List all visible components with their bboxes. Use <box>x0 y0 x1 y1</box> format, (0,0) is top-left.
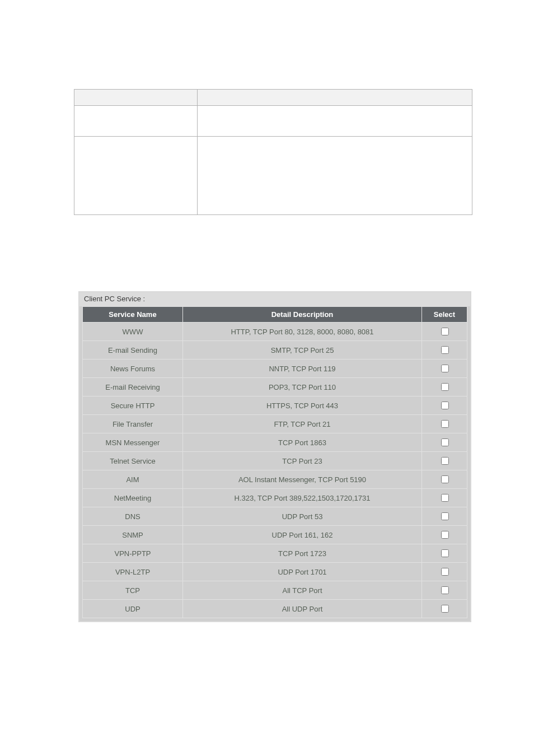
service-name-cell: TCP <box>83 581 183 600</box>
service-name-cell: WWW <box>83 323 183 341</box>
service-name-cell: E-mail Receiving <box>83 378 183 396</box>
service-select-cell <box>422 544 467 563</box>
service-name-cell: Telnet Service <box>83 452 183 470</box>
header-detail-description: Detail Description <box>183 307 422 323</box>
service-select-checkbox[interactable] <box>441 402 449 409</box>
service-name-cell: DNS <box>83 507 183 526</box>
service-name-cell: MSN Messenger <box>83 433 183 452</box>
client-pc-service-legend: Client PC Service : <box>79 292 470 306</box>
table-header-cell <box>198 90 472 106</box>
service-row: Secure HTTPHTTPS, TCP Port 443 <box>83 396 467 415</box>
service-desc-cell: FTP, TCP Port 21 <box>183 415 422 433</box>
service-row: E-mail SendingSMTP, TCP Port 25 <box>83 341 467 360</box>
service-row: DNSUDP Port 53 <box>83 507 467 526</box>
service-name-cell: UDP <box>83 600 183 618</box>
service-table-header-row: Service Name Detail Description Select <box>83 307 467 323</box>
service-row: E-mail ReceivingPOP3, TCP Port 110 <box>83 378 467 396</box>
header-select: Select <box>422 307 467 323</box>
service-name-cell: E-mail Sending <box>83 341 183 360</box>
service-row: AIMAOL Instant Messenger, TCP Port 5190 <box>83 470 467 489</box>
service-desc-cell: All UDP Port <box>183 600 422 618</box>
upper-empty-table <box>74 89 472 215</box>
service-select-cell <box>422 433 467 452</box>
service-select-checkbox[interactable] <box>441 438 449 446</box>
service-select-checkbox[interactable] <box>441 383 449 391</box>
service-desc-cell: H.323, TCP Port 389,522,1503,1720,1731 <box>183 489 422 507</box>
service-select-cell <box>422 581 467 600</box>
service-row: News ForumsNNTP, TCP Port 119 <box>83 360 467 378</box>
service-select-checkbox[interactable] <box>441 549 449 557</box>
table-cell <box>74 106 198 137</box>
service-desc-cell: POP3, TCP Port 110 <box>183 378 422 396</box>
service-name-cell: NetMeeting <box>83 489 183 507</box>
service-select-checkbox[interactable] <box>441 494 449 502</box>
service-select-cell <box>422 396 467 415</box>
service-name-cell: SNMP <box>83 526 183 544</box>
service-select-checkbox[interactable] <box>441 512 449 520</box>
service-select-cell <box>422 341 467 360</box>
service-select-cell <box>422 360 467 378</box>
service-row: WWWHTTP, TCP Port 80, 3128, 8000, 8080, … <box>83 323 467 341</box>
service-select-checkbox[interactable] <box>441 365 449 372</box>
service-select-cell <box>422 526 467 544</box>
service-select-checkbox[interactable] <box>441 568 449 576</box>
service-name-cell: File Transfer <box>83 415 183 433</box>
client-pc-service-block: Client PC Service : Service Name Detail … <box>78 291 471 622</box>
service-select-checkbox[interactable] <box>441 475 449 483</box>
service-desc-cell: TCP Port 1863 <box>183 433 422 452</box>
service-desc-cell: UDP Port 53 <box>183 507 422 526</box>
service-select-cell <box>422 563 467 581</box>
service-row: VPN-L2TPUDP Port 1701 <box>83 563 467 581</box>
table-row <box>74 106 472 137</box>
table-cell <box>198 106 472 137</box>
service-desc-cell: HTTP, TCP Port 80, 3128, 8000, 8080, 808… <box>183 323 422 341</box>
service-select-checkbox[interactable] <box>441 420 449 428</box>
service-name-cell: News Forums <box>83 360 183 378</box>
service-select-checkbox[interactable] <box>441 328 449 335</box>
service-row: File TransferFTP, TCP Port 21 <box>83 415 467 433</box>
service-desc-cell: AOL Instant Messenger, TCP Port 5190 <box>183 470 422 489</box>
table-cell <box>74 137 198 215</box>
service-select-cell <box>422 323 467 341</box>
service-row: UDPAll UDP Port <box>83 600 467 618</box>
service-row: SNMPUDP Port 161, 162 <box>83 526 467 544</box>
header-service-name: Service Name <box>83 307 183 323</box>
service-desc-cell: TCP Port 1723 <box>183 544 422 563</box>
table-cell <box>198 137 472 215</box>
service-desc-cell: SMTP, TCP Port 25 <box>183 341 422 360</box>
service-row: MSN MessengerTCP Port 1863 <box>83 433 467 452</box>
service-desc-cell: All TCP Port <box>183 581 422 600</box>
service-select-cell <box>422 415 467 433</box>
service-desc-cell: TCP Port 23 <box>183 452 422 470</box>
service-select-cell <box>422 489 467 507</box>
client-pc-service-table: Service Name Detail Description Select W… <box>82 306 467 618</box>
table-row <box>74 137 472 215</box>
service-name-cell: VPN-L2TP <box>83 563 183 581</box>
service-desc-cell: HTTPS, TCP Port 443 <box>183 396 422 415</box>
service-desc-cell: UDP Port 161, 162 <box>183 526 422 544</box>
service-select-checkbox[interactable] <box>441 531 449 539</box>
service-select-cell <box>422 378 467 396</box>
service-select-cell <box>422 600 467 618</box>
service-select-cell <box>422 452 467 470</box>
service-name-cell: AIM <box>83 470 183 489</box>
service-row: Telnet ServiceTCP Port 23 <box>83 452 467 470</box>
service-select-cell <box>422 470 467 489</box>
service-select-checkbox[interactable] <box>441 605 449 613</box>
service-row: VPN-PPTPTCP Port 1723 <box>83 544 467 563</box>
table-header-row <box>74 90 472 106</box>
service-row: NetMeetingH.323, TCP Port 389,522,1503,1… <box>83 489 467 507</box>
service-select-checkbox[interactable] <box>441 346 449 354</box>
service-name-cell: VPN-PPTP <box>83 544 183 563</box>
service-desc-cell: NNTP, TCP Port 119 <box>183 360 422 378</box>
service-row: TCPAll TCP Port <box>83 581 467 600</box>
service-select-checkbox[interactable] <box>441 586 449 594</box>
service-select-checkbox[interactable] <box>441 457 449 465</box>
table-header-cell <box>74 90 198 106</box>
service-select-cell <box>422 507 467 526</box>
service-name-cell: Secure HTTP <box>83 396 183 415</box>
service-desc-cell: UDP Port 1701 <box>183 563 422 581</box>
